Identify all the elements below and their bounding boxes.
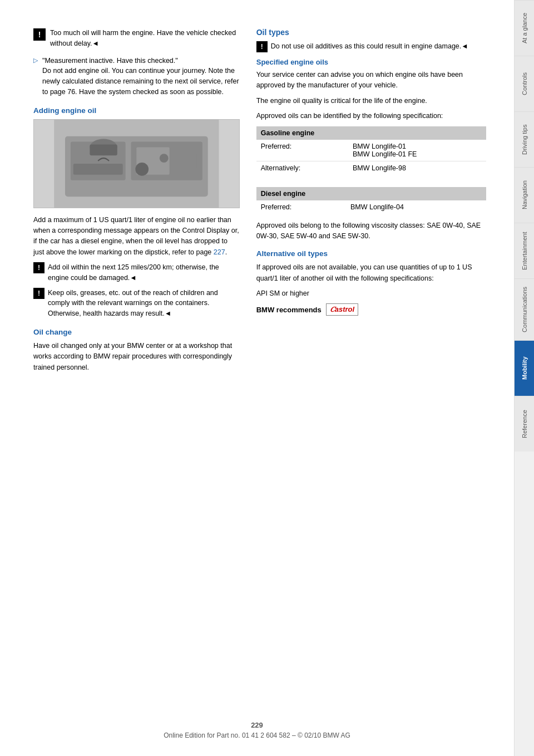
spec-text-1: Your service center can advise you on wh… bbox=[256, 70, 486, 91]
main-content: ! Too much oil will harm the engine. Hav… bbox=[0, 0, 514, 756]
oil-change-heading: Oil change bbox=[33, 328, 240, 336]
warning-icon-3: ! bbox=[33, 288, 44, 299]
arrow-text: "Measurement inactive. Have this checked… bbox=[42, 56, 240, 97]
warning-text-1: Too much oil will harm the engine. Have … bbox=[50, 28, 240, 49]
warning-box-2: ! Add oil within the next 125 miles/200 … bbox=[33, 262, 240, 283]
svg-rect-8 bbox=[175, 153, 197, 169]
sidebar-tab-entertainment[interactable]: Entertainment bbox=[515, 223, 534, 278]
diesel-preferred-label: Preferred: bbox=[256, 200, 346, 214]
alternatively-value: BMW Longlife-98 bbox=[348, 161, 486, 175]
diesel-engine-table: Diesel engine Preferred: BMW Longlife-04 bbox=[256, 187, 486, 214]
arrow-quote: "Measurement inactive. Have this checked… bbox=[42, 57, 178, 65]
page-footer: 229 Online Edition for Part no. 01 41 2 … bbox=[0, 721, 514, 739]
warning-box-3: ! Keep oils, greases, etc. out of the re… bbox=[33, 288, 240, 319]
oil-types-heading: Oil types bbox=[256, 28, 486, 37]
sidebar-tab-navigation[interactable]: Navigation bbox=[515, 167, 534, 223]
gasoline-header-cell: Gasoline engine bbox=[256, 126, 486, 140]
warning-icon-2: ! bbox=[33, 262, 44, 273]
warning-text-3: Keep oils, greases, etc. out of the reac… bbox=[48, 288, 240, 319]
oil-types-warning-text: Do not use oil additives as this could r… bbox=[271, 41, 468, 52]
sidebar-tab-communications[interactable]: Communications bbox=[515, 278, 534, 340]
page-container: ! Too much oil will harm the engine. Hav… bbox=[0, 0, 534, 756]
gasoline-alternatively-row: Alternatively: BMW Longlife-98 bbox=[256, 161, 486, 175]
gasoline-header-row: Gasoline engine bbox=[256, 126, 486, 140]
sidebar-tab-driving-tips[interactable]: Driving tips bbox=[515, 111, 534, 167]
arrow-icon: ▷ bbox=[33, 57, 39, 64]
diesel-preferred-row: Preferred: BMW Longlife-04 bbox=[256, 200, 486, 214]
svg-rect-6 bbox=[73, 164, 123, 175]
arrow-bullet: ▷ "Measurement inactive. Have this check… bbox=[33, 56, 240, 97]
svg-point-10 bbox=[160, 154, 169, 163]
sidebar-tab-mobility[interactable]: Mobility bbox=[515, 340, 534, 396]
diesel-header-row: Diesel engine bbox=[256, 187, 486, 200]
right-column: Oil types ! Do not use oil additives as … bbox=[251, 28, 486, 723]
warning-icon-oil-types: ! bbox=[256, 41, 268, 52]
table-separator bbox=[256, 181, 486, 187]
sidebar-tab-controls[interactable]: Controls bbox=[515, 56, 534, 111]
bmw-recommends: BMW recommends 𝐶astrol bbox=[256, 303, 486, 316]
sidebar-tabs: At a glance Controls Driving tips Naviga… bbox=[514, 0, 534, 756]
footer-text: Online Edition for Part no. 01 41 2 604 … bbox=[0, 732, 514, 739]
oil-change-section: Oil change Have oil changed only at your… bbox=[33, 328, 240, 373]
page-number: 229 bbox=[0, 721, 514, 729]
page-link-227[interactable]: 227 bbox=[214, 248, 225, 256]
warning-text-2: Add oil within the next 125 miles/200 km… bbox=[48, 262, 240, 283]
preferred-label: Preferred: bbox=[256, 140, 348, 161]
castrol-logo: 𝐶astrol bbox=[326, 303, 358, 316]
alternative-oil-text: If approved oils are not available, you … bbox=[256, 262, 486, 284]
svg-rect-5 bbox=[90, 144, 117, 155]
spec-text-3: Approved oils can be identified by the f… bbox=[256, 111, 486, 121]
alternative-oil-types-heading: Alternative oil types bbox=[256, 249, 486, 258]
svg-point-9 bbox=[135, 163, 149, 176]
gasoline-engine-table: Gasoline engine Preferred: BMW Longlife-… bbox=[256, 126, 486, 175]
adding-engine-oil-heading: Adding engine oil bbox=[33, 106, 240, 115]
api-spec: API SM or higher bbox=[256, 288, 486, 299]
bmw-recommends-label: BMW recommends bbox=[256, 306, 322, 314]
warning-icon-1: ! bbox=[33, 28, 46, 41]
sidebar-tab-reference[interactable]: Reference bbox=[515, 396, 534, 451]
oil-change-text: Have oil changed only at your BMW center… bbox=[33, 341, 240, 373]
diesel-header-cell: Diesel engine bbox=[256, 187, 486, 200]
oil-types-warning: ! Do not use oil additives as this could… bbox=[256, 41, 486, 52]
gasoline-preferred-row: Preferred: BMW Longlife-01BMW Longlife-0… bbox=[256, 140, 486, 161]
alternatively-label: Alternatively: bbox=[256, 161, 348, 175]
arrow-body: Do not add engine oil. You can continue … bbox=[42, 67, 239, 96]
spec-text-2: The engine oil quality is critical for t… bbox=[256, 96, 486, 106]
adding-oil-body: Add a maximum of 1 US quart/1 liter of e… bbox=[33, 215, 240, 258]
diesel-preferred-value: BMW Longlife-04 bbox=[346, 200, 486, 214]
warning-box-1: ! Too much oil will harm the engine. Hav… bbox=[33, 28, 240, 49]
viscosity-text: Approved oils belong to the following vi… bbox=[256, 220, 486, 242]
preferred-value: BMW Longlife-01BMW Longlife-01 FE bbox=[348, 140, 486, 161]
engine-oil-image bbox=[33, 119, 240, 208]
left-column: ! Too much oil will harm the engine. Hav… bbox=[33, 28, 251, 723]
sidebar-tab-at-a-glance[interactable]: At a glance bbox=[515, 0, 534, 56]
specified-engine-oils-heading: Specified engine oils bbox=[256, 58, 486, 66]
